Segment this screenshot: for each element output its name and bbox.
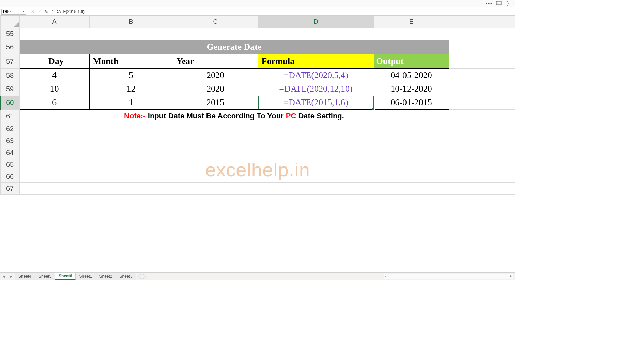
cell-formula[interactable]: =DATE(2020,12,10) [258, 82, 374, 96]
header-day[interactable]: Day [19, 54, 89, 68]
cell[interactable] [19, 135, 449, 147]
close-partial-icon[interactable]: 〉 [506, 0, 512, 8]
cell[interactable] [19, 28, 449, 40]
title-cell[interactable]: Generate Date [19, 40, 449, 54]
cell-day[interactable]: 4 [19, 68, 89, 82]
enter-icon[interactable]: ✓ [37, 9, 42, 14]
sheet-tab[interactable]: Sheet5 [35, 273, 55, 280]
row-header-61[interactable]: 61 [0, 109, 19, 123]
tab-nav-prev-icon[interactable]: ◂ [0, 274, 7, 279]
name-box[interactable]: D60 ▾ [1, 9, 26, 15]
tab-nav-next-icon[interactable]: ▸ [7, 274, 15, 279]
more-options-icon[interactable]: ••• [486, 1, 493, 6]
cell-formula-selected[interactable]: =DATE(2015,1,6) [258, 96, 374, 109]
horizontal-scrollbar[interactable] [384, 274, 513, 279]
cell[interactable] [449, 96, 515, 109]
cell[interactable] [19, 171, 449, 182]
chevron-down-icon[interactable]: ▾ [23, 10, 24, 13]
cancel-icon[interactable]: ✕ [30, 9, 35, 14]
col-header-B[interactable]: B [89, 16, 173, 28]
cell-year[interactable]: 2020 [173, 68, 258, 82]
add-sheet-icon[interactable]: + [138, 274, 146, 279]
row-header-64[interactable]: 64 [0, 147, 19, 159]
row-header-55[interactable]: 55 [0, 28, 19, 40]
fx-icon[interactable]: fx [44, 9, 49, 14]
row-header-62[interactable]: 62 [0, 123, 19, 135]
cell-day[interactable]: 6 [19, 96, 89, 109]
cell[interactable] [449, 147, 515, 159]
sheet-tab[interactable]: Sheet3 [116, 273, 136, 280]
sheet-tab-bar: ◂ ▸ Sheet4 Sheet5 Sheet6 Sheet1 Sheet2 S… [0, 272, 515, 280]
spreadsheet-grid: A B C D E 55 56 Generate Date 57 Day Mon… [0, 16, 515, 272]
cell[interactable] [449, 171, 515, 182]
formula-bar-input[interactable]: '=DATE(2015,1,6) [52, 9, 515, 14]
header-output[interactable]: Output [374, 54, 449, 68]
note-cell[interactable]: Note:- Input Date Must Be According To Y… [19, 109, 449, 123]
cell[interactable] [449, 135, 515, 147]
row-header-59[interactable]: 59 [0, 82, 19, 96]
row-header-56[interactable]: 56 [0, 40, 19, 54]
row-header-66[interactable]: 66 [0, 171, 19, 182]
row-header-58[interactable]: 58 [0, 68, 19, 82]
cell-year[interactable]: 2020 [173, 82, 258, 96]
cell[interactable] [449, 82, 515, 96]
row-header-65[interactable]: 65 [0, 159, 19, 171]
note-text-1: Input Date Must Be According To Your [146, 112, 286, 120]
col-header-C[interactable]: C [173, 16, 258, 28]
cell[interactable] [449, 159, 515, 171]
sheet-tab[interactable]: Sheet2 [96, 273, 116, 280]
sheet-tab-active[interactable]: Sheet6 [55, 273, 76, 280]
cell-output[interactable]: 10-12-2020 [374, 82, 449, 96]
cell-month[interactable]: 12 [89, 82, 173, 96]
row-header-67[interactable]: 67 [0, 182, 19, 194]
title-bar: ••• 〉 [0, 0, 515, 7]
name-box-value: D60 [3, 9, 11, 14]
col-header-D[interactable]: D [258, 16, 374, 28]
row-header-63[interactable]: 63 [0, 135, 19, 147]
cell-output[interactable]: 06-01-2015 [374, 96, 449, 109]
svg-rect-0 [496, 1, 501, 5]
row-header-57[interactable]: 57 [0, 54, 19, 68]
cell[interactable] [19, 159, 449, 171]
header-month[interactable]: Month [89, 54, 173, 68]
header-formula[interactable]: Formula [258, 54, 374, 68]
cell[interactable] [449, 182, 515, 194]
col-header-blank[interactable] [449, 16, 515, 28]
ribbon-display-icon[interactable] [496, 0, 502, 7]
formula-bar-buttons: ✕ ✓ fx [30, 9, 49, 14]
cell[interactable] [449, 28, 515, 40]
cell[interactable] [19, 182, 449, 194]
formula-bar-row: D60 ▾ ✕ ✓ fx '=DATE(2015,1,6) [0, 7, 515, 16]
header-year[interactable]: Year [173, 54, 258, 68]
cell-month[interactable]: 1 [89, 96, 173, 109]
cell[interactable] [449, 40, 515, 54]
select-all-corner[interactable] [0, 16, 19, 28]
cell[interactable] [19, 147, 449, 159]
col-header-A[interactable]: A [19, 16, 89, 28]
cell[interactable] [449, 109, 515, 123]
note-text-2: Date Setting. [296, 112, 344, 120]
cell[interactable] [19, 123, 449, 135]
cell[interactable] [449, 123, 515, 135]
cell-year[interactable]: 2015 [173, 96, 258, 109]
sheet-tab[interactable]: Sheet4 [15, 273, 35, 280]
cell-output[interactable]: 04-05-2020 [374, 68, 449, 82]
cell-day[interactable]: 10 [19, 82, 89, 96]
note-prefix: Note:- [124, 112, 146, 120]
cell[interactable] [449, 68, 515, 82]
cell-formula[interactable]: =DATE(2020,5,4) [258, 68, 374, 82]
row-header-60[interactable]: 60 [0, 96, 19, 109]
note-pc: PC [286, 112, 296, 120]
sheet-tab[interactable]: Sheet1 [76, 273, 96, 280]
cell[interactable] [449, 54, 515, 68]
col-header-E[interactable]: E [374, 16, 449, 28]
separator [28, 9, 28, 15]
cell-month[interactable]: 5 [89, 68, 173, 82]
